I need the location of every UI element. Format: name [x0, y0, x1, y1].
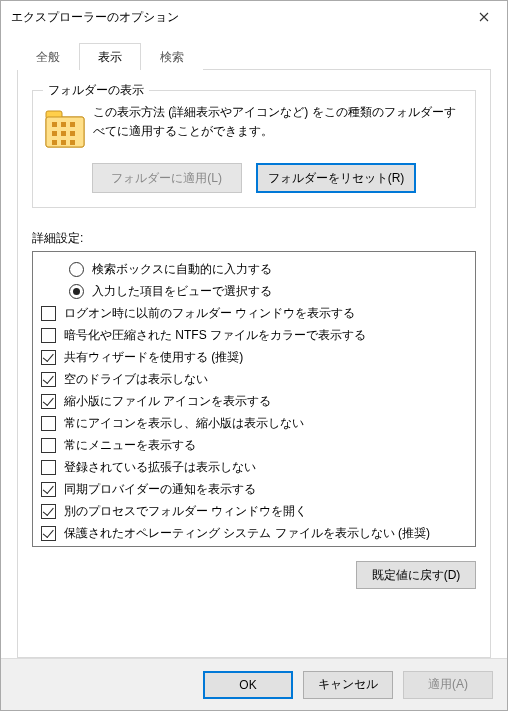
checkbox-icon[interactable]: [41, 350, 56, 365]
option-label: 別のプロセスでフォルダー ウィンドウを開く: [64, 503, 471, 520]
restore-defaults-row: 既定値に戻す(D): [32, 561, 476, 589]
tab-search[interactable]: 検索: [141, 43, 203, 70]
svg-rect-3: [52, 122, 57, 127]
tabpanel-view: フォルダーの表示: [17, 69, 491, 658]
dialog-footer: OK キャンセル 適用(A): [1, 658, 507, 710]
checkbox-icon[interactable]: [41, 306, 56, 321]
checkbox-icon[interactable]: [41, 526, 56, 541]
cancel-button[interactable]: キャンセル: [303, 671, 393, 699]
svg-rect-10: [61, 140, 66, 145]
radio-icon[interactable]: [69, 262, 84, 277]
option-label: 保護されたオペレーティング システム ファイルを表示しない (推奨): [64, 525, 471, 542]
advanced-option[interactable]: 同期プロバイダーの通知を表示する: [41, 478, 471, 500]
restore-defaults-button[interactable]: 既定値に戻す(D): [356, 561, 476, 589]
advanced-option[interactable]: 保護されたオペレーティング システム ファイルを表示しない (推奨): [41, 522, 471, 544]
option-label: 登録されている拡張子は表示しない: [64, 459, 471, 476]
folder-views-icon: [45, 105, 85, 149]
folder-display-title: フォルダーの表示: [43, 82, 149, 99]
advanced-option[interactable]: 常にアイコンを表示し、縮小版は表示しない: [41, 412, 471, 434]
svg-rect-11: [70, 140, 75, 145]
dialog-window: エクスプローラーのオプション 全般 表示 検索 フォルダーの表示: [0, 0, 508, 711]
advanced-option[interactable]: 暗号化や圧縮された NTFS ファイルをカラーで表示する: [41, 324, 471, 346]
checkbox-icon[interactable]: [41, 482, 56, 497]
ok-button[interactable]: OK: [203, 671, 293, 699]
svg-rect-6: [52, 131, 57, 136]
folder-display-description: この表示方法 (詳細表示やアイコンなど) をこの種類のフォルダーすべてに適用する…: [93, 103, 463, 141]
checkbox-icon[interactable]: [41, 394, 56, 409]
svg-rect-8: [70, 131, 75, 136]
folder-display-buttons: フォルダーに適用(L) フォルダーをリセット(R): [45, 163, 463, 193]
advanced-settings-list[interactable]: 検索ボックスに自動的に入力する入力した項目をビューで選択するログオン時に以前のフ…: [32, 251, 476, 547]
titlebar: エクスプローラーのオプション: [1, 1, 507, 33]
advanced-option[interactable]: ログオン時に以前のフォルダー ウィンドウを表示する: [41, 302, 471, 324]
advanced-option[interactable]: 共有ウィザードを使用する (推奨): [41, 346, 471, 368]
option-label: 共有ウィザードを使用する (推奨): [64, 349, 471, 366]
checkbox-icon[interactable]: [41, 416, 56, 431]
option-label: 縮小版にファイル アイコンを表示する: [64, 393, 471, 410]
advanced-option[interactable]: 別のプロセスでフォルダー ウィンドウを開く: [41, 500, 471, 522]
client-area: 全般 表示 検索 フォルダーの表示: [1, 33, 507, 658]
advanced-option[interactable]: 登録されている拡張子は表示しない: [41, 456, 471, 478]
reset-folders-button[interactable]: フォルダーをリセット(R): [256, 163, 417, 193]
checkbox-icon[interactable]: [41, 438, 56, 453]
apply-to-folders-button: フォルダーに適用(L): [92, 163, 242, 193]
option-label: 空のドライブは表示しない: [64, 371, 471, 388]
tab-view[interactable]: 表示: [79, 43, 141, 70]
folder-display-group: フォルダーの表示: [32, 90, 476, 208]
checkbox-icon[interactable]: [41, 328, 56, 343]
option-label: 暗号化や圧縮された NTFS ファイルをカラーで表示する: [64, 327, 471, 344]
apply-button: 適用(A): [403, 671, 493, 699]
option-label: 検索ボックスに自動的に入力する: [92, 261, 471, 278]
checkbox-icon[interactable]: [41, 460, 56, 475]
option-label: 常にアイコンを表示し、縮小版は表示しない: [64, 415, 471, 432]
svg-rect-9: [52, 140, 57, 145]
tabstrip: 全般 表示 検索: [17, 43, 491, 69]
advanced-settings-label: 詳細設定:: [32, 230, 476, 247]
tab-general[interactable]: 全般: [17, 43, 79, 70]
advanced-option[interactable]: 入力した項目をビューで選択する: [41, 280, 471, 302]
window-title: エクスプローラーのオプション: [11, 9, 461, 26]
advanced-option[interactable]: 縮小版にファイル アイコンを表示する: [41, 390, 471, 412]
radio-icon[interactable]: [69, 284, 84, 299]
option-label: ログオン時に以前のフォルダー ウィンドウを表示する: [64, 305, 471, 322]
advanced-option[interactable]: 検索ボックスに自動的に入力する: [41, 258, 471, 280]
svg-rect-7: [61, 131, 66, 136]
option-label: 同期プロバイダーの通知を表示する: [64, 481, 471, 498]
close-icon[interactable]: [461, 2, 507, 32]
option-label: 常にメニューを表示する: [64, 437, 471, 454]
advanced-option[interactable]: 常にメニューを表示する: [41, 434, 471, 456]
svg-rect-4: [61, 122, 66, 127]
option-label: 入力した項目をビューで選択する: [92, 283, 471, 300]
advanced-option[interactable]: 空のドライブは表示しない: [41, 368, 471, 390]
folder-display-row: この表示方法 (詳細表示やアイコンなど) をこの種類のフォルダーすべてに適用する…: [45, 103, 463, 149]
checkbox-icon[interactable]: [41, 504, 56, 519]
checkbox-icon[interactable]: [41, 372, 56, 387]
svg-rect-5: [70, 122, 75, 127]
